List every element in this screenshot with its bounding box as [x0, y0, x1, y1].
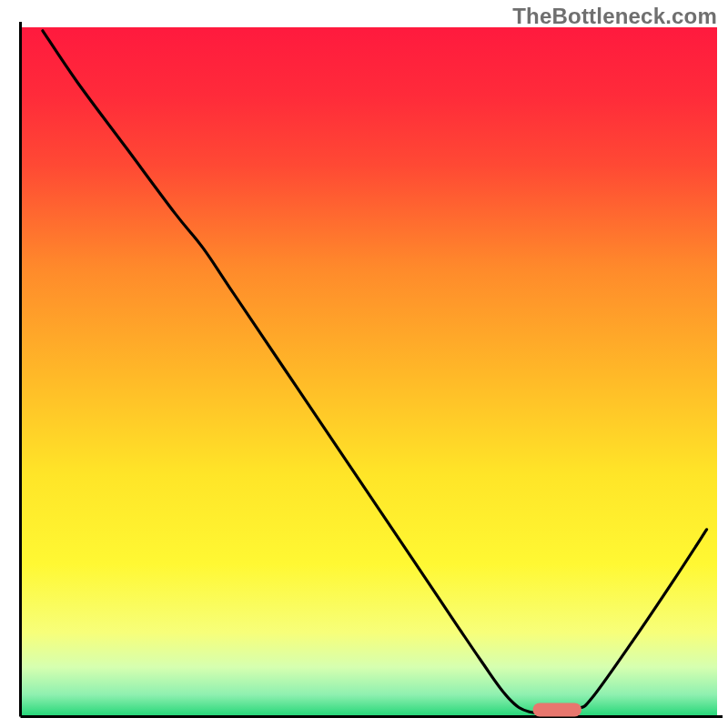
plot-background — [22, 27, 717, 715]
bottleneck-chart — [0, 0, 728, 728]
optimal-marker — [533, 703, 581, 716]
chart-container: TheBottleneck.com — [0, 0, 728, 728]
watermark-text: TheBottleneck.com — [512, 4, 717, 29]
